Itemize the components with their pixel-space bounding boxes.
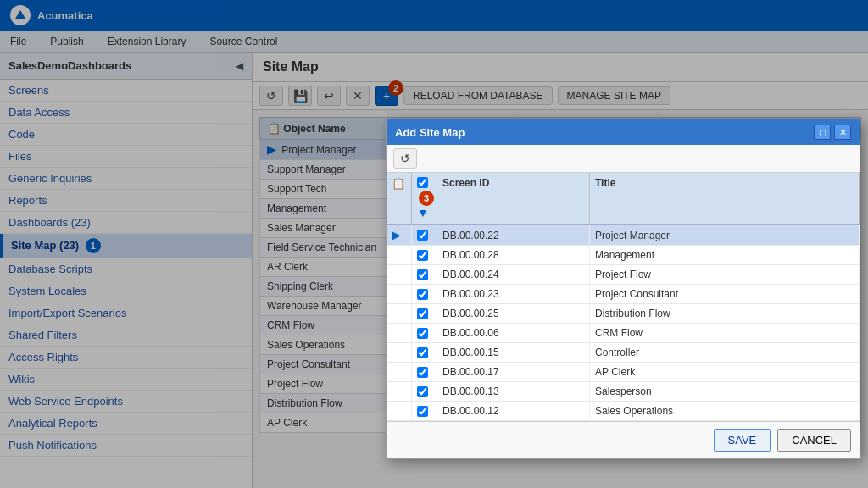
modal-checkbox-cell[interactable] <box>412 363 437 381</box>
modal-restore-button[interactable]: ◻ <box>814 125 831 140</box>
modal-title-cell: CRM Flow <box>590 324 860 342</box>
modal-toolbar: ↺ <box>387 145 860 173</box>
modal-expand-cell <box>387 382 412 401</box>
modal-col-icon: 📋 <box>387 173 412 224</box>
modal-expand-cell <box>387 304 412 323</box>
modal-title-cell: AP Clerk <box>590 363 860 381</box>
row-checkbox[interactable] <box>417 406 428 417</box>
modal-title-buttons: ◻ ✕ <box>814 125 851 140</box>
cancel-button[interactable]: CANCEL <box>777 429 851 452</box>
modal-title-cell: Salesperson <box>590 382 860 401</box>
modal-table-row[interactable]: DB.00.00.28 Management <box>387 246 860 265</box>
modal-table-row[interactable]: DB.00.00.23 Project Consultant <box>387 285 860 304</box>
modal-footer: SAVE CANCEL <box>387 421 860 458</box>
modal-checkbox-cell[interactable] <box>412 343 437 362</box>
row-expand-icon[interactable]: ▶ <box>392 229 400 241</box>
modal-checkbox-cell[interactable] <box>412 265 437 284</box>
modal-screen-id-cell: DB.00.00.12 <box>437 402 590 420</box>
modal-titlebar: Add Site Map ◻ ✕ <box>387 119 860 145</box>
modal-refresh-button[interactable]: ↺ <box>393 148 417 169</box>
modal-expand-cell <box>387 285 412 303</box>
save-button[interactable]: SAVE <box>714 429 771 452</box>
modal-col-screen-id: Screen ID <box>437 173 590 224</box>
select-all-checkbox[interactable] <box>417 177 428 188</box>
row-checkbox[interactable] <box>417 250 428 261</box>
modal-expand-cell <box>387 402 412 420</box>
row-checkbox[interactable] <box>417 230 428 241</box>
row-checkbox[interactable] <box>417 308 428 319</box>
table-icon: 📋 <box>392 177 405 190</box>
modal-checkbox-cell[interactable] <box>412 246 437 264</box>
row-checkbox[interactable] <box>417 347 428 358</box>
modal-table-header: 📋 3 ▼ Screen ID Title <box>387 173 860 225</box>
modal-expand-cell: ▶ <box>387 225 412 245</box>
row-checkbox[interactable] <box>417 289 428 300</box>
modal-title-cell: Controller <box>590 343 860 362</box>
add-site-map-modal: Add Site Map ◻ ✕ ↺ 📋 3 ▼ Screen ID Title <box>386 119 860 459</box>
modal-title-cell: Sales Operations <box>590 402 860 420</box>
modal-checkbox-cell[interactable] <box>412 382 437 401</box>
modal-table-row[interactable]: ▶ DB.00.00.22 Project Manager <box>387 225 860 246</box>
modal-expand-cell <box>387 363 412 381</box>
modal-checkbox-cell[interactable] <box>412 304 437 323</box>
modal-table-row[interactable]: DB.00.00.17 AP Clerk <box>387 363 860 382</box>
modal-table-body: ▶ DB.00.00.22 Project Manager DB.00.00.2… <box>387 225 860 421</box>
modal-screen-id-cell: DB.00.00.06 <box>437 324 590 342</box>
modal-expand-cell <box>387 246 412 264</box>
modal-checkbox-cell[interactable] <box>412 402 437 420</box>
row-checkbox[interactable] <box>417 328 428 339</box>
modal-table-row[interactable]: DB.00.00.15 Controller <box>387 343 860 363</box>
modal-checkbox-cell[interactable] <box>412 285 437 303</box>
modal-title-cell: Project Consultant <box>590 285 860 303</box>
modal-col-title: Title <box>590 173 860 224</box>
filter-badge: 3 <box>419 191 434 206</box>
modal-screen-id-cell: DB.00.00.13 <box>437 382 590 401</box>
modal-title-cell: Project Manager <box>590 225 860 245</box>
modal-table-row[interactable]: DB.00.00.13 Salesperson <box>387 382 860 402</box>
modal-expand-cell <box>387 343 412 362</box>
modal-screen-id-cell: DB.00.00.22 <box>437 225 590 245</box>
modal-expand-cell <box>387 265 412 284</box>
modal-screen-id-cell: DB.00.00.24 <box>437 265 590 284</box>
row-checkbox[interactable] <box>417 386 428 397</box>
row-checkbox[interactable] <box>417 367 428 378</box>
modal-screen-id-cell: DB.00.00.15 <box>437 343 590 362</box>
modal-screen-id-cell: DB.00.00.25 <box>437 304 590 323</box>
modal-checkbox-cell[interactable] <box>412 324 437 342</box>
modal-screen-id-cell: DB.00.00.23 <box>437 285 590 303</box>
modal-screen-id-cell: DB.00.00.17 <box>437 363 590 381</box>
modal-table-row[interactable]: DB.00.00.25 Distribution Flow <box>387 304 860 324</box>
modal-title-cell: Management <box>590 246 860 264</box>
modal-overlay: Add Site Map ◻ ✕ ↺ 📋 3 ▼ Screen ID Title <box>0 0 868 488</box>
modal-close-button[interactable]: ✕ <box>834 125 851 140</box>
modal-table-row[interactable]: DB.00.00.06 CRM Flow <box>387 324 860 343</box>
modal-expand-cell <box>387 324 412 342</box>
modal-table-row[interactable]: DB.00.00.24 Project Flow <box>387 265 860 285</box>
modal-title-cell: Project Flow <box>590 265 860 284</box>
modal-checkbox-cell[interactable] <box>412 225 437 245</box>
modal-title-cell: Distribution Flow <box>590 304 860 323</box>
modal-col-checkbox[interactable]: 3 ▼ <box>412 173 437 224</box>
modal-screen-id-cell: DB.00.00.28 <box>437 246 590 264</box>
modal-table-row[interactable]: DB.00.00.12 Sales Operations <box>387 402 860 421</box>
row-checkbox[interactable] <box>417 269 428 280</box>
filter-icon[interactable]: ▼ <box>417 206 429 219</box>
modal-title: Add Site Map <box>395 126 465 139</box>
